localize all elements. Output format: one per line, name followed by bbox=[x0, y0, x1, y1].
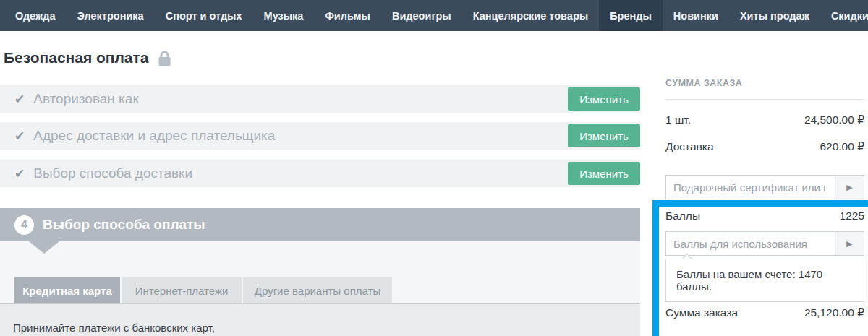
check-icon: ✔ bbox=[14, 166, 25, 181]
check-icon: ✔ bbox=[14, 92, 25, 106]
points-balance-line: Баллы 1225 bbox=[665, 210, 864, 223]
nav-item-clothes[interactable]: Одежда bbox=[4, 0, 67, 31]
checkout-page: Одежда Электроника Спорт и отдых Музыка … bbox=[0, 0, 868, 336]
arrow-right-icon: ▶ bbox=[846, 239, 852, 249]
line-label: 1 шт. bbox=[665, 113, 691, 126]
tab-credit-card[interactable]: Кредитная карта bbox=[14, 277, 120, 303]
payment-step-title: Выбор способа оплаты bbox=[43, 217, 205, 233]
order-summary-title: СУММА ЗАКАЗА bbox=[665, 78, 742, 88]
line-value: 24,500.00 ₽ bbox=[804, 113, 864, 126]
page-title-text: Безопасная оплата bbox=[4, 49, 149, 66]
order-total-line: Сумма заказа 25,120.00 ₽ bbox=[665, 306, 864, 319]
change-delivery-button[interactable]: Изменить bbox=[568, 162, 640, 185]
summary-line-items: 1 шт. 24,500.00 ₽ bbox=[665, 113, 864, 126]
check-icon: ✔ bbox=[14, 129, 25, 143]
payment-step-header: 4 Выбор способа оплаты bbox=[0, 208, 640, 241]
points-submit-button[interactable]: ▶ bbox=[835, 232, 864, 255]
points-note-text: Баллы на вашем счете: 1470 баллы. bbox=[676, 268, 822, 293]
nav-item-videogames[interactable]: Видеоигры bbox=[381, 0, 462, 31]
divider bbox=[665, 99, 864, 100]
tab-other-options[interactable]: Другие варианты оплаты bbox=[243, 277, 392, 303]
order-summary: СУММА ЗАКАЗА 1 шт. 24,500.00 ₽ Доставка … bbox=[665, 72, 864, 336]
step-label: Выбор способа доставки bbox=[33, 165, 192, 181]
nav-item-stationery[interactable]: Канцелярские товары bbox=[462, 0, 599, 31]
step-row-address: ✔ Адрес доставки и адрес плательщика Изм… bbox=[0, 122, 640, 150]
change-address-button[interactable]: Изменить bbox=[568, 124, 640, 147]
change-auth-button[interactable]: Изменить bbox=[568, 87, 640, 111]
arrow-right-icon: ▶ bbox=[846, 183, 852, 192]
nav-item-discounts[interactable]: Скидки bbox=[820, 0, 868, 31]
nav-item-movies[interactable]: Фильмы bbox=[314, 0, 381, 31]
step-number-badge: 4 bbox=[14, 215, 34, 235]
points-value: 1225 bbox=[840, 210, 864, 223]
payment-step-caret bbox=[29, 241, 59, 254]
nav-item-brands[interactable]: Бренды bbox=[599, 0, 663, 31]
top-navigation: Одежда Электроника Спорт и отдых Музыка … bbox=[0, 0, 868, 31]
points-input[interactable] bbox=[666, 232, 835, 255]
nav-item-electronics[interactable]: Электроника bbox=[67, 0, 155, 31]
tab-content-panel: Принимайте платежи с банковских карт, bbox=[0, 303, 640, 336]
points-input-group: ▶ bbox=[665, 231, 864, 256]
tab-content-text: Принимайте платежи с банковских карт, bbox=[13, 322, 215, 334]
summary-line-shipping: Доставка 620.00 ₽ bbox=[665, 140, 864, 153]
gift-certificate-group: ▶ bbox=[665, 175, 864, 199]
total-label: Сумма заказа bbox=[665, 306, 738, 319]
lock-icon bbox=[157, 50, 172, 66]
points-label: Баллы bbox=[665, 210, 700, 223]
total-value: 25,120.00 ₽ bbox=[804, 306, 864, 319]
step-row-delivery: ✔ Выбор способа доставки Изменить bbox=[0, 160, 640, 187]
nav-item-music[interactable]: Музыка bbox=[253, 0, 315, 31]
nav-item-sport[interactable]: Спорт и отдых bbox=[155, 0, 253, 31]
step-label: Адрес доставки и адрес плательщика bbox=[33, 128, 275, 144]
step-label: Авторизован как bbox=[33, 91, 138, 107]
tab-internet-payments[interactable]: Интернет-платежи bbox=[122, 277, 242, 303]
line-value: 620.00 ₽ bbox=[820, 140, 864, 153]
gift-certificate-submit-button[interactable]: ▶ bbox=[835, 176, 864, 199]
line-label: Доставка bbox=[665, 140, 714, 153]
nav-item-bestsellers[interactable]: Хиты продаж bbox=[729, 0, 820, 31]
payment-tabs: Кредитная карта Интернет-платежи Другие … bbox=[14, 277, 392, 303]
step-row-authorized: ✔ Авторизован как Изменить bbox=[0, 85, 640, 113]
gift-certificate-input[interactable] bbox=[666, 176, 835, 199]
nav-item-new[interactable]: Новинки bbox=[663, 0, 729, 31]
page-title: Безопасная оплата bbox=[4, 49, 172, 66]
points-note-tooltip: Баллы на вашем счете: 1470 баллы. bbox=[665, 259, 864, 302]
